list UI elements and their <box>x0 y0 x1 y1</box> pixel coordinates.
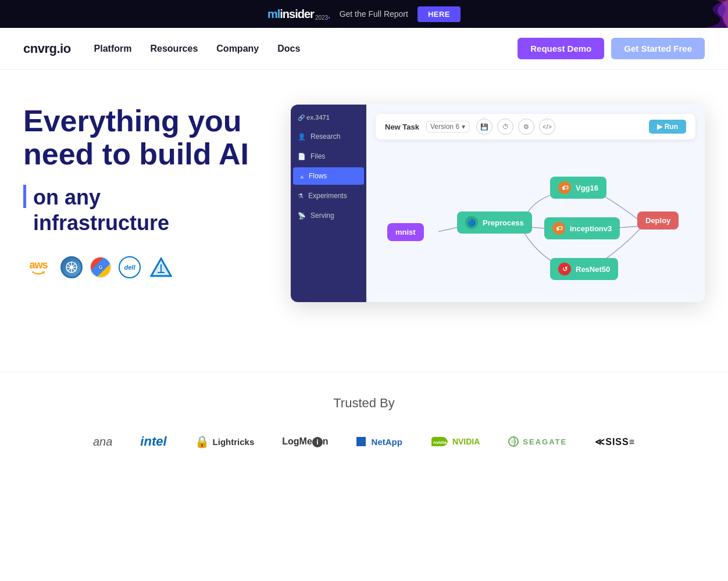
logo-ana: ana <box>93 435 112 449</box>
infra-logos: aws G <box>23 254 267 281</box>
research-icon: 👤 <box>298 133 306 141</box>
play-icon: ▶ <box>657 123 662 131</box>
sidebar-item-experiments[interactable]: ⚗ Experiments <box>291 187 366 205</box>
logo-seagate: SEAGATE <box>508 436 567 447</box>
settings-icon-btn[interactable]: ⚙ <box>518 119 534 135</box>
preprocess-icon: 🔵 <box>465 216 478 229</box>
request-demo-button[interactable]: Request Demo <box>518 38 604 59</box>
nav-item-resources[interactable]: Resources <box>150 44 198 54</box>
app-sidebar: 🔗 ex.3471 👤 Research 📄 Files ⟁ Flows ⚗ <box>291 105 366 302</box>
site-logo[interactable]: cnvrg.io <box>23 41 71 56</box>
ml-insider-logo: mlinsider 2023• <box>267 8 330 21</box>
inceptionv3-label: inceptionv3 <box>570 224 612 233</box>
svg-point-5 <box>70 266 73 269</box>
hero-title: Everything you need to build AI <box>23 105 267 171</box>
svg-text:nvidia: nvidia <box>433 440 447 445</box>
banner-text: Get the Full Report <box>340 9 408 19</box>
logo-lightricks: 🔒 Lightricks <box>195 435 255 449</box>
vgg16-icon: 🏷 <box>558 181 571 194</box>
nav-item-docs[interactable]: Docs <box>277 44 300 54</box>
flow-diagram: mnist 🔵 Preprocess 🏷 Vgg16 🏷 <box>376 153 695 293</box>
code-icon-btn[interactable]: </> <box>539 119 555 135</box>
sidebar-item-flows[interactable]: ⟁ Flows <box>293 167 364 185</box>
serving-icon: 📡 <box>298 212 306 220</box>
logo-siss: ≪SISS≡ <box>595 436 635 447</box>
sidebar-experiment-id: 🔗 ex.3471 <box>291 114 366 125</box>
resnet50-label: ResNet50 <box>576 265 610 274</box>
mnist-label: mnist <box>395 228 416 236</box>
logo-nvidia: nvidia NVIDIA <box>430 436 480 447</box>
dell-logo: dell <box>119 256 141 278</box>
deploy-label: Deploy <box>645 216 670 225</box>
app-window: 🔗 ex.3471 👤 Research 📄 Files ⟁ Flows ⚗ <box>291 105 705 302</box>
run-button[interactable]: ▶ Run <box>649 120 686 134</box>
logo-netapp: NetApp <box>356 437 402 447</box>
resnet50-icon: ↺ <box>558 263 571 275</box>
sidebar-item-research[interactable]: 👤 Research <box>291 128 366 145</box>
flow-node-mnist[interactable]: mnist <box>387 223 424 241</box>
navbar: cnvrg.io Platform Resources Company Docs… <box>0 28 728 70</box>
nav-item-platform[interactable]: Platform <box>94 44 132 54</box>
top-banner: mlinsider 2023• Get the Full Report HERE <box>0 0 728 28</box>
trusted-title: Trusted By <box>23 396 705 411</box>
flow-node-deploy[interactable]: Deploy <box>637 211 679 229</box>
flow-node-inceptionv3[interactable]: 🏷 inceptionv3 <box>544 217 620 239</box>
nav-actions: Request Demo Get Started Free <box>518 38 705 59</box>
flow-node-preprocess[interactable]: 🔵 Preprocess <box>457 211 532 234</box>
azure-logo <box>148 254 174 281</box>
get-started-button[interactable]: Get Started Free <box>611 38 705 59</box>
aws-smile-icon <box>31 271 45 275</box>
aws-logo: aws <box>23 259 53 275</box>
nav-item-company[interactable]: Company <box>216 44 259 54</box>
hero-subtitle-bar <box>23 185 26 208</box>
task-bar: New Task Version 6 ▾ 💾 ⏱ ⚙ </> ▶ Run <box>376 114 695 139</box>
app-main-content: New Task Version 6 ▾ 💾 ⏱ ⚙ </> ▶ Run <box>366 105 705 302</box>
hero-subtitle-block: on any infrastructure <box>23 185 267 235</box>
task-version[interactable]: Version 6 ▾ <box>426 121 469 132</box>
vgg16-label: Vgg16 <box>576 184 598 192</box>
hero-subtitle-text: on any infrastructure <box>33 185 169 235</box>
helm-logo <box>60 256 83 278</box>
preprocess-label: Preprocess <box>483 218 524 227</box>
logo-intel: intel <box>140 434 166 449</box>
files-icon: 📄 <box>298 153 306 160</box>
banner-here-button[interactable]: HERE <box>417 6 461 22</box>
google-cloud-logo: G <box>90 256 112 278</box>
flow-node-resnet50[interactable]: ↺ ResNet50 <box>550 258 618 280</box>
logo-logmein: LogMein <box>282 436 328 447</box>
task-name: New Task <box>385 123 419 131</box>
trusted-section: Trusted By ana intel 🔒 Lightricks LogMei… <box>0 372 728 484</box>
clock-icon-btn[interactable]: ⏱ <box>497 119 513 135</box>
ml-logo-text: mlinsider <box>267 8 314 21</box>
banner-decoration <box>612 0 728 28</box>
task-action-icons: 💾 ⏱ ⚙ </> <box>476 119 555 135</box>
sidebar-item-files[interactable]: 📄 Files <box>291 148 366 165</box>
hero-app-screenshot: 🔗 ex.3471 👤 Research 📄 Files ⟁ Flows ⚗ <box>291 105 705 325</box>
inceptionv3-icon: 🏷 <box>552 222 565 235</box>
ml-logo-year: 2023• <box>315 15 330 21</box>
hero-section: Everything you need to build AI on any i… <box>0 70 728 372</box>
sidebar-item-serving[interactable]: 📡 Serving <box>291 207 366 224</box>
flows-icon: ⟁ <box>300 173 304 180</box>
save-icon-btn[interactable]: 💾 <box>476 119 493 135</box>
flow-node-vgg16[interactable]: 🏷 Vgg16 <box>550 177 606 199</box>
trusted-logos: ana intel 🔒 Lightricks LogMein NetApp nv… <box>23 434 705 449</box>
nav-links: Platform Resources Company Docs <box>94 44 301 54</box>
experiments-icon: ⚗ <box>298 192 304 200</box>
hero-left: Everything you need to build AI on any i… <box>23 105 267 281</box>
